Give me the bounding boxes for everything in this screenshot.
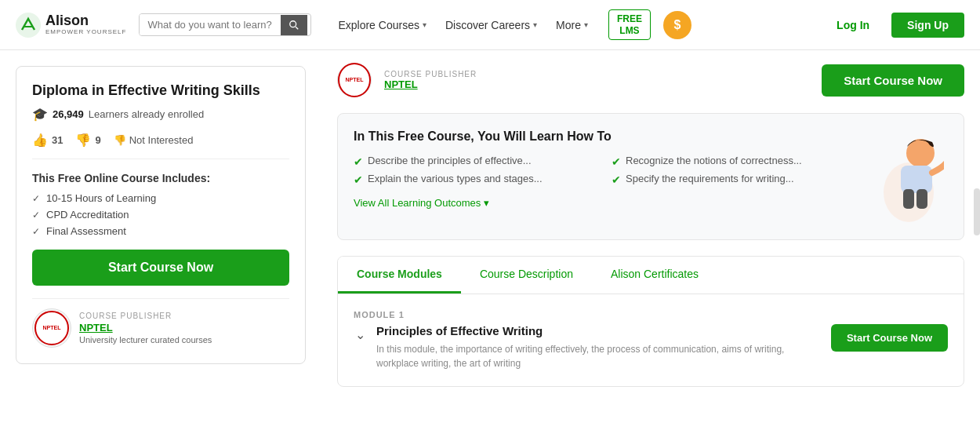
thumbs-up-button[interactable]: 👍 31 [32, 133, 63, 148]
publisher-row: NPTEL COURSE PUBLISHER NPTEL University … [32, 298, 289, 348]
search-bar [139, 13, 311, 36]
thumbs-down-count: 9 [95, 134, 100, 146]
not-interested-icon: 👎 [114, 134, 126, 146]
rating-row: 👍 31 👎 9 👎 Not Interested [32, 133, 289, 159]
thumbs-up-icon: 👍 [32, 133, 48, 148]
includes-item-3: Final Assessment [46, 225, 126, 237]
module-row: ⌄ Principles of Effective Writing In thi… [354, 324, 948, 370]
learn-check-icon-1: ✔ [354, 155, 363, 168]
learn-item-4: ✔ Specify the requirements for writing..… [612, 173, 854, 186]
free-lms-button[interactable]: FREELMS [608, 9, 651, 40]
includes-item-1: 10-15 Hours of Learning [46, 192, 156, 204]
learn-box: In This Free Course, You Will Learn How … [337, 113, 964, 240]
svg-rect-3 [901, 166, 932, 193]
nav-more[interactable]: More ▾ [548, 14, 596, 36]
learn-item-text-2: Recognize the notions of correctness... [626, 155, 802, 166]
discover-careers-arrow-icon: ▾ [533, 20, 537, 29]
more-arrow-icon: ▾ [584, 20, 588, 29]
start-course-button-module[interactable]: Start Course Now [831, 324, 948, 352]
learn-item-1: ✔ Describe the principles of effective..… [354, 155, 596, 168]
view-outcomes-chevron-icon: ▾ [484, 197, 489, 209]
learn-item-3: ✔ Explain the various types and stages..… [354, 173, 596, 186]
top-cta-row: NPTEL COURSE PUBLISHER NPTEL Start Cours… [337, 63, 964, 97]
svg-rect-5 [916, 189, 927, 209]
start-course-button-top[interactable]: Start Course Now [822, 64, 964, 97]
publisher-logo-top: NPTEL [337, 63, 372, 97]
learn-title: In This Free Course, You Will Learn How … [354, 129, 854, 144]
enrolled-count: 26,949 [53, 108, 84, 120]
learn-check-icon-2: ✔ [612, 155, 621, 168]
sidebar-card: Diploma in Effective Writing Skills 🎓 26… [16, 66, 306, 364]
view-outcomes-label: View All Learning Outcomes [354, 197, 481, 209]
logo: Alison Empower Yourself [16, 13, 126, 38]
publisher-name-top[interactable]: NPTEL [384, 78, 477, 90]
nav-discover-careers[interactable]: Discover Careers ▾ [437, 14, 545, 36]
coin-button[interactable]: $ [663, 11, 691, 39]
illustration [869, 129, 948, 224]
not-interested-button[interactable]: 👎 Not Interested [114, 134, 194, 146]
publisher-label: COURSE PUBLISHER [79, 312, 212, 320]
logo-sub: Empower Yourself [45, 29, 126, 36]
alison-logo-icon [16, 13, 41, 38]
tab-course-description[interactable]: Course Description [461, 257, 592, 294]
svg-rect-4 [903, 189, 914, 209]
thumbs-down-button[interactable]: 👎 9 [75, 133, 100, 148]
publisher-info-top: COURSE PUBLISHER NPTEL [384, 70, 477, 90]
logo-text: Alison Empower Yourself [45, 13, 126, 36]
tab-course-modules[interactable]: Course Modules [338, 257, 461, 294]
person-illustration [873, 129, 944, 224]
list-item: ✓ 10-15 Hours of Learning [32, 192, 289, 204]
signup-button[interactable]: Sign Up [891, 13, 964, 38]
publisher-label-top: COURSE PUBLISHER [384, 70, 477, 78]
includes-item-2: CPD Accreditation [46, 209, 129, 221]
learn-item-text-3: Explain the various types and stages... [368, 173, 543, 184]
main-nav: Explore Courses ▾ Discover Careers ▾ Mor… [330, 14, 596, 36]
module-info: Principles of Effective Writing In this … [376, 324, 822, 370]
thumbs-up-count: 31 [52, 134, 63, 146]
publisher-description: University lecturer curated courses [79, 335, 212, 345]
tabs-container: Course Modules Course Description Alison… [337, 256, 964, 387]
thumbs-down-icon: 👎 [75, 133, 91, 148]
check-icon: ✓ [32, 210, 40, 221]
list-item: ✓ Final Assessment [32, 225, 289, 237]
tabs-header: Course Modules Course Description Alison… [338, 257, 964, 294]
enrolled-label: Learners already enrolled [89, 108, 204, 120]
course-title: Diploma in Effective Writing Skills [32, 82, 289, 99]
publisher-name-link[interactable]: NPTEL [79, 322, 212, 334]
list-item: ✓ CPD Accreditation [32, 209, 289, 221]
main-content: NPTEL COURSE PUBLISHER NPTEL Start Cours… [321, 50, 980, 399]
publisher-info: COURSE PUBLISHER NPTEL University lectur… [79, 312, 212, 345]
learn-content: In This Free Course, You Will Learn How … [354, 129, 854, 209]
nptel-logo: NPTEL [34, 311, 69, 345]
check-icon: ✓ [32, 193, 40, 204]
module-title: Principles of Effective Writing [376, 324, 822, 337]
learn-item-text-4: Specify the requirements for writing... [626, 173, 794, 184]
learn-item-text-1: Describe the principles of effective... [368, 155, 532, 166]
login-button[interactable]: Log In [827, 14, 879, 36]
start-course-button-sidebar[interactable]: Start Course Now [32, 250, 289, 286]
includes-list: ✓ 10-15 Hours of Learning ✓ CPD Accredit… [32, 192, 289, 237]
nav-explore-courses[interactable]: Explore Courses ▾ [330, 14, 434, 36]
main-layout: Diploma in Effective Writing Skills 🎓 26… [0, 50, 980, 399]
scrollbar[interactable] [974, 188, 980, 235]
header: Alison Empower Yourself Explore Courses … [0, 0, 980, 50]
learn-check-icon-4: ✔ [612, 173, 621, 186]
view-outcomes-button[interactable]: View All Learning Outcomes ▾ [354, 197, 489, 209]
module-label: MODULE 1 [354, 310, 948, 319]
explore-courses-arrow-icon: ▾ [423, 20, 426, 29]
module-description: In this module, the importance of writin… [376, 342, 822, 370]
check-icon: ✓ [32, 226, 40, 237]
learn-check-icon-3: ✔ [354, 173, 363, 186]
search-button[interactable] [281, 15, 307, 35]
publisher-logo: NPTEL [32, 308, 71, 348]
module-chevron-button[interactable]: ⌄ [354, 326, 367, 344]
nptel-logo-top: NPTEL [338, 63, 371, 97]
tab-alison-certificates[interactable]: Alison Certificates [592, 257, 717, 294]
includes-title: This Free Online Course Includes: [32, 172, 289, 184]
learn-item-2: ✔ Recognize the notions of correctness..… [612, 155, 854, 168]
graduation-icon: 🎓 [32, 107, 48, 122]
not-interested-label: Not Interested [129, 134, 194, 146]
svg-point-0 [16, 13, 41, 38]
learn-grid: ✔ Describe the principles of effective..… [354, 155, 854, 186]
search-input[interactable] [140, 14, 281, 35]
